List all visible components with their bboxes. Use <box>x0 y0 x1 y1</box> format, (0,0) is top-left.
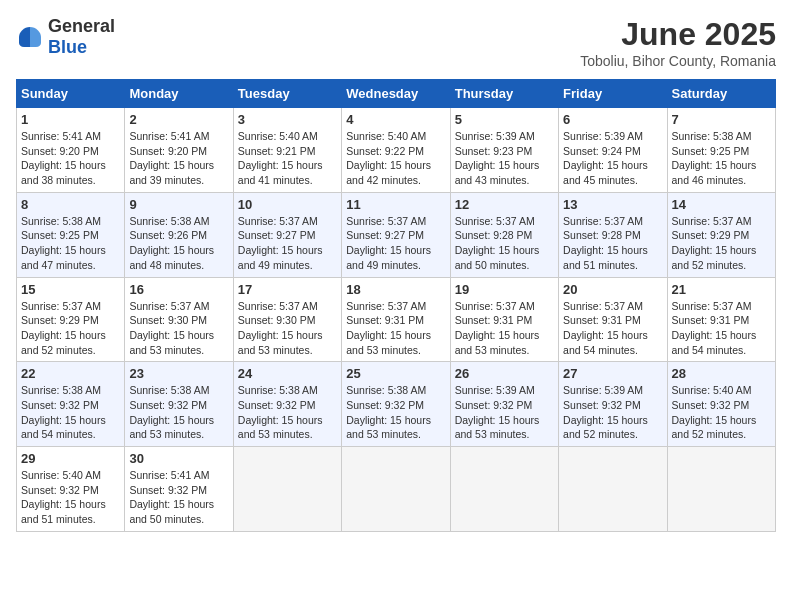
table-row: 16 Sunrise: 5:37 AM Sunset: 9:30 PM Dayl… <box>125 277 233 362</box>
day-number: 25 <box>346 366 445 381</box>
day-number: 23 <box>129 366 228 381</box>
day-number: 20 <box>563 282 662 297</box>
day-number: 28 <box>672 366 771 381</box>
day-info: Sunrise: 5:37 AM Sunset: 9:29 PM Dayligh… <box>672 214 771 273</box>
day-info: Sunrise: 5:37 AM Sunset: 9:30 PM Dayligh… <box>238 299 337 358</box>
table-row: 4 Sunrise: 5:40 AM Sunset: 9:22 PM Dayli… <box>342 108 450 193</box>
day-info: Sunrise: 5:37 AM Sunset: 9:29 PM Dayligh… <box>21 299 120 358</box>
day-number: 27 <box>563 366 662 381</box>
day-number: 13 <box>563 197 662 212</box>
table-row: 3 Sunrise: 5:40 AM Sunset: 9:21 PM Dayli… <box>233 108 341 193</box>
page-header: General Blue June 2025 Toboliu, Bihor Co… <box>16 16 776 69</box>
day-number: 9 <box>129 197 228 212</box>
table-row: 20 Sunrise: 5:37 AM Sunset: 9:31 PM Dayl… <box>559 277 667 362</box>
day-number: 11 <box>346 197 445 212</box>
header-monday: Monday <box>125 80 233 108</box>
day-info: Sunrise: 5:37 AM Sunset: 9:28 PM Dayligh… <box>563 214 662 273</box>
header-thursday: Thursday <box>450 80 558 108</box>
day-info: Sunrise: 5:40 AM Sunset: 9:32 PM Dayligh… <box>21 468 120 527</box>
table-row: 17 Sunrise: 5:37 AM Sunset: 9:30 PM Dayl… <box>233 277 341 362</box>
day-info: Sunrise: 5:38 AM Sunset: 9:32 PM Dayligh… <box>238 383 337 442</box>
day-number: 29 <box>21 451 120 466</box>
table-row: 27 Sunrise: 5:39 AM Sunset: 9:32 PM Dayl… <box>559 362 667 447</box>
day-info: Sunrise: 5:39 AM Sunset: 9:23 PM Dayligh… <box>455 129 554 188</box>
day-info: Sunrise: 5:38 AM Sunset: 9:25 PM Dayligh… <box>672 129 771 188</box>
day-info: Sunrise: 5:41 AM Sunset: 9:20 PM Dayligh… <box>21 129 120 188</box>
table-row: 12 Sunrise: 5:37 AM Sunset: 9:28 PM Dayl… <box>450 192 558 277</box>
day-number: 5 <box>455 112 554 127</box>
day-number: 22 <box>21 366 120 381</box>
day-number: 16 <box>129 282 228 297</box>
location-title: Toboliu, Bihor County, Romania <box>580 53 776 69</box>
day-info: Sunrise: 5:37 AM Sunset: 9:27 PM Dayligh… <box>346 214 445 273</box>
month-title: June 2025 <box>580 16 776 53</box>
calendar-week-row: 22 Sunrise: 5:38 AM Sunset: 9:32 PM Dayl… <box>17 362 776 447</box>
day-number: 14 <box>672 197 771 212</box>
calendar-week-row: 8 Sunrise: 5:38 AM Sunset: 9:25 PM Dayli… <box>17 192 776 277</box>
day-number: 10 <box>238 197 337 212</box>
day-number: 15 <box>21 282 120 297</box>
header-tuesday: Tuesday <box>233 80 341 108</box>
table-row: 14 Sunrise: 5:37 AM Sunset: 9:29 PM Dayl… <box>667 192 775 277</box>
calendar-week-row: 15 Sunrise: 5:37 AM Sunset: 9:29 PM Dayl… <box>17 277 776 362</box>
table-row: 25 Sunrise: 5:38 AM Sunset: 9:32 PM Dayl… <box>342 362 450 447</box>
day-number: 4 <box>346 112 445 127</box>
header-sunday: Sunday <box>17 80 125 108</box>
table-row: 6 Sunrise: 5:39 AM Sunset: 9:24 PM Dayli… <box>559 108 667 193</box>
day-number: 6 <box>563 112 662 127</box>
day-number: 12 <box>455 197 554 212</box>
table-row: 23 Sunrise: 5:38 AM Sunset: 9:32 PM Dayl… <box>125 362 233 447</box>
logo-blue: Blue <box>48 37 87 57</box>
table-row: 30 Sunrise: 5:41 AM Sunset: 9:32 PM Dayl… <box>125 447 233 532</box>
table-row: 24 Sunrise: 5:38 AM Sunset: 9:32 PM Dayl… <box>233 362 341 447</box>
table-row: 2 Sunrise: 5:41 AM Sunset: 9:20 PM Dayli… <box>125 108 233 193</box>
day-info: Sunrise: 5:38 AM Sunset: 9:32 PM Dayligh… <box>346 383 445 442</box>
day-number: 30 <box>129 451 228 466</box>
table-row: 10 Sunrise: 5:37 AM Sunset: 9:27 PM Dayl… <box>233 192 341 277</box>
day-number: 7 <box>672 112 771 127</box>
table-row: 19 Sunrise: 5:37 AM Sunset: 9:31 PM Dayl… <box>450 277 558 362</box>
day-number: 17 <box>238 282 337 297</box>
calendar-header-row: Sunday Monday Tuesday Wednesday Thursday… <box>17 80 776 108</box>
table-row: 29 Sunrise: 5:40 AM Sunset: 9:32 PM Dayl… <box>17 447 125 532</box>
logo-general: General <box>48 16 115 36</box>
day-info: Sunrise: 5:41 AM Sunset: 9:32 PM Dayligh… <box>129 468 228 527</box>
header-wednesday: Wednesday <box>342 80 450 108</box>
day-info: Sunrise: 5:37 AM Sunset: 9:31 PM Dayligh… <box>672 299 771 358</box>
table-row: 8 Sunrise: 5:38 AM Sunset: 9:25 PM Dayli… <box>17 192 125 277</box>
day-number: 18 <box>346 282 445 297</box>
table-row <box>342 447 450 532</box>
table-row <box>233 447 341 532</box>
table-row: 18 Sunrise: 5:37 AM Sunset: 9:31 PM Dayl… <box>342 277 450 362</box>
calendar-week-row: 29 Sunrise: 5:40 AM Sunset: 9:32 PM Dayl… <box>17 447 776 532</box>
table-row <box>450 447 558 532</box>
day-info: Sunrise: 5:40 AM Sunset: 9:21 PM Dayligh… <box>238 129 337 188</box>
table-row: 22 Sunrise: 5:38 AM Sunset: 9:32 PM Dayl… <box>17 362 125 447</box>
table-row: 9 Sunrise: 5:38 AM Sunset: 9:26 PM Dayli… <box>125 192 233 277</box>
header-friday: Friday <box>559 80 667 108</box>
day-info: Sunrise: 5:38 AM Sunset: 9:32 PM Dayligh… <box>129 383 228 442</box>
day-info: Sunrise: 5:40 AM Sunset: 9:22 PM Dayligh… <box>346 129 445 188</box>
table-row: 13 Sunrise: 5:37 AM Sunset: 9:28 PM Dayl… <box>559 192 667 277</box>
table-row <box>667 447 775 532</box>
table-row: 28 Sunrise: 5:40 AM Sunset: 9:32 PM Dayl… <box>667 362 775 447</box>
calendar-table: Sunday Monday Tuesday Wednesday Thursday… <box>16 79 776 532</box>
day-info: Sunrise: 5:37 AM Sunset: 9:27 PM Dayligh… <box>238 214 337 273</box>
logo: General Blue <box>16 16 115 58</box>
table-row: 11 Sunrise: 5:37 AM Sunset: 9:27 PM Dayl… <box>342 192 450 277</box>
header-saturday: Saturday <box>667 80 775 108</box>
day-number: 8 <box>21 197 120 212</box>
calendar-week-row: 1 Sunrise: 5:41 AM Sunset: 9:20 PM Dayli… <box>17 108 776 193</box>
table-row: 1 Sunrise: 5:41 AM Sunset: 9:20 PM Dayli… <box>17 108 125 193</box>
day-info: Sunrise: 5:38 AM Sunset: 9:26 PM Dayligh… <box>129 214 228 273</box>
day-number: 24 <box>238 366 337 381</box>
day-number: 1 <box>21 112 120 127</box>
day-info: Sunrise: 5:40 AM Sunset: 9:32 PM Dayligh… <box>672 383 771 442</box>
day-info: Sunrise: 5:38 AM Sunset: 9:25 PM Dayligh… <box>21 214 120 273</box>
day-info: Sunrise: 5:37 AM Sunset: 9:31 PM Dayligh… <box>346 299 445 358</box>
day-info: Sunrise: 5:37 AM Sunset: 9:31 PM Dayligh… <box>455 299 554 358</box>
day-number: 26 <box>455 366 554 381</box>
logo-text: General Blue <box>48 16 115 58</box>
table-row: 21 Sunrise: 5:37 AM Sunset: 9:31 PM Dayl… <box>667 277 775 362</box>
day-info: Sunrise: 5:39 AM Sunset: 9:32 PM Dayligh… <box>563 383 662 442</box>
